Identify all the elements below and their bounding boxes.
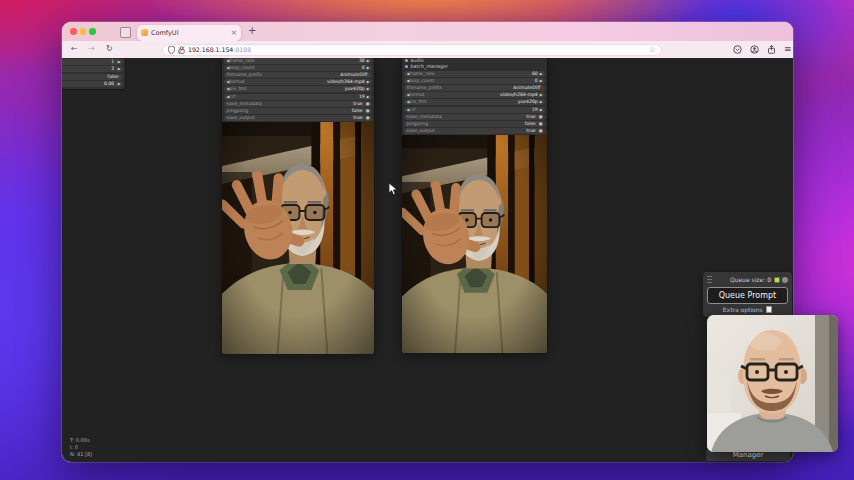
widget-value: yuv420p xyxy=(428,99,537,105)
status-indicator-icon[interactable] xyxy=(774,277,780,283)
widget-name: save_metadata xyxy=(227,101,262,107)
widget-value: 19 xyxy=(237,94,364,100)
comfyui-canvas[interactable]: 1▶2▶false0.00▶ ◀frame_rate30▶◀loop_count… xyxy=(62,58,793,462)
widget-name: pingpong xyxy=(407,121,429,127)
input-label: audio xyxy=(411,58,424,63)
browser-window: ComfyUI × + ← → ↻ 192.168.1.154 :8188 ☆ xyxy=(62,22,793,462)
bookmark-star-icon[interactable]: ☆ xyxy=(649,45,656,54)
widget-row-partial[interactable]: 2▶ xyxy=(62,66,123,72)
url-bar[interactable]: 192.168.1.154 :8188 ☆ xyxy=(162,44,662,56)
window-close-button[interactable] xyxy=(70,28,77,35)
input-socket-icon[interactable] xyxy=(405,59,408,62)
partial-node[interactable]: 1▶2▶false0.00▶ xyxy=(62,58,126,90)
widget-name: save_metadata xyxy=(407,114,442,120)
tab-overview-icon[interactable] xyxy=(120,27,131,38)
increment-icon: ▶ xyxy=(367,86,370,92)
settings-gear-icon[interactable] xyxy=(782,277,788,283)
widget-pix_fmt[interactable]: ◀pix_fmtyuv420p▶ xyxy=(404,99,545,105)
widget-save_metadata[interactable]: save_metadatatrue● xyxy=(404,114,545,120)
extra-options-label: Extra options xyxy=(723,306,763,313)
new-tab-button[interactable]: + xyxy=(248,25,256,36)
widget-name: frame_rate xyxy=(409,71,434,77)
video-combine-node-right[interactable]: audiobatch_manager◀frame_rate60▶◀loop_co… xyxy=(401,58,548,354)
toggle-icon: ● xyxy=(366,108,370,114)
forward-button[interactable]: → xyxy=(88,44,95,53)
increment-icon: ▶ xyxy=(118,59,121,65)
browser-toolbar: ← → ↻ 192.168.1.154 :8188 ☆ xyxy=(62,41,793,59)
widget-name: crf xyxy=(229,94,235,100)
queue-prompt-button[interactable]: Queue Prompt xyxy=(707,287,788,304)
extra-options-checkbox[interactable] xyxy=(766,306,773,313)
input-label: batch_manager xyxy=(411,64,449,69)
widget-value: 0 xyxy=(256,65,364,71)
widget-value: false xyxy=(62,74,119,80)
widget-name: filename_prefix xyxy=(227,72,262,78)
toggle-icon: ● xyxy=(366,101,370,107)
mouse-cursor xyxy=(388,181,398,200)
lock-icon[interactable] xyxy=(178,46,185,54)
window-zoom-button[interactable] xyxy=(89,28,96,35)
hamburger-menu-icon[interactable]: ≡ xyxy=(784,44,792,54)
stats-nodes: N: 41 [8] xyxy=(70,451,92,458)
input-batch_manager[interactable]: batch_manager xyxy=(402,64,547,71)
widget-name: save_output xyxy=(227,115,255,121)
shield-icon[interactable] xyxy=(168,46,175,54)
widget-name: format xyxy=(229,79,244,85)
widget-name: crf xyxy=(409,107,415,113)
widget-name: pix_fmt xyxy=(229,86,246,92)
queue-size-value: 0 xyxy=(767,276,771,283)
increment-icon: ▶ xyxy=(540,78,543,84)
widget-value: 0 xyxy=(436,78,537,84)
widget-format[interactable]: ◀formatvideo/h264-mp4▶ xyxy=(404,92,545,98)
widget-name: format xyxy=(409,92,424,98)
tab-title: ComfyUI xyxy=(151,29,229,37)
widget-value: 60 xyxy=(437,71,538,77)
tab-close-icon[interactable]: × xyxy=(229,28,237,37)
input-socket-icon[interactable] xyxy=(405,65,408,68)
widget-name: filename_prefix xyxy=(407,85,442,91)
widget-pix_fmt[interactable]: ◀pix_fmtyuv420p▶ xyxy=(224,86,372,92)
widget-value: 19 xyxy=(417,107,537,113)
widget-pingpong[interactable]: pingpongfalse● xyxy=(404,121,545,127)
video-combine-node-left[interactable]: ◀frame_rate30▶◀loop_count0▶filename_pref… xyxy=(221,58,375,355)
widget-row-partial[interactable]: false xyxy=(62,74,123,80)
widget-crf[interactable]: ◀crf19▶ xyxy=(224,94,372,100)
browser-tab-comfyui[interactable]: ComfyUI × xyxy=(137,25,241,41)
widget-frame_rate[interactable]: ◀frame_rate60▶ xyxy=(404,71,545,77)
increment-icon: ▶ xyxy=(540,92,543,98)
widget-filename_prefix[interactable]: filename_prefixAnimateDiff xyxy=(224,72,372,78)
account-icon[interactable] xyxy=(750,44,759,54)
reload-button[interactable]: ↻ xyxy=(106,44,113,53)
widget-filename_prefix[interactable]: filename_prefixAnimateDiff xyxy=(404,85,545,91)
widget-crf[interactable]: ◀crf19▶ xyxy=(404,107,545,113)
back-button[interactable]: ← xyxy=(71,44,78,53)
widget-value: video/h264-mp4 xyxy=(247,79,365,85)
url-port-text: :8188 xyxy=(233,46,251,53)
widget-row-partial[interactable]: 0.00▶ xyxy=(62,81,123,87)
toggle-icon: ● xyxy=(539,121,543,127)
widget-format[interactable]: ◀formatvideo/h264-mp4▶ xyxy=(224,79,372,85)
widget-loop_count[interactable]: ◀loop_count0▶ xyxy=(404,78,545,84)
drag-handle-icon[interactable] xyxy=(707,275,712,284)
execution-stats: T: 0.00s I: 0 N: 41 [8] xyxy=(70,437,92,458)
pocket-icon[interactable] xyxy=(733,44,742,54)
widget-save_metadata[interactable]: save_metadatatrue● xyxy=(224,101,372,107)
url-host-text: 192.168.1.154 xyxy=(188,46,233,53)
widget-loop_count[interactable]: ◀loop_count0▶ xyxy=(224,65,372,71)
widget-save_output[interactable]: save_outputtrue● xyxy=(224,115,372,121)
widget-value: 30 xyxy=(257,58,365,64)
widget-name: frame_rate xyxy=(229,58,254,64)
widget-row-partial[interactable]: 1▶ xyxy=(62,59,123,65)
widget-value: AnimateDiff xyxy=(264,72,368,78)
widget-frame_rate[interactable]: ◀frame_rate30▶ xyxy=(224,58,372,64)
widget-save_output[interactable]: save_outputtrue● xyxy=(404,128,545,134)
browser-titlebar[interactable]: ComfyUI × + xyxy=(62,22,793,41)
widget-pingpong[interactable]: pingpongfalse● xyxy=(224,108,372,114)
toggle-icon: ● xyxy=(539,128,543,134)
window-minimize-button[interactable] xyxy=(80,28,87,35)
widget-value: false xyxy=(250,108,363,114)
widget-value: 0.00 xyxy=(62,81,114,87)
increment-icon: ▶ xyxy=(118,81,121,87)
presenter-webcam-overlay xyxy=(707,315,838,452)
share-icon[interactable] xyxy=(767,44,776,54)
